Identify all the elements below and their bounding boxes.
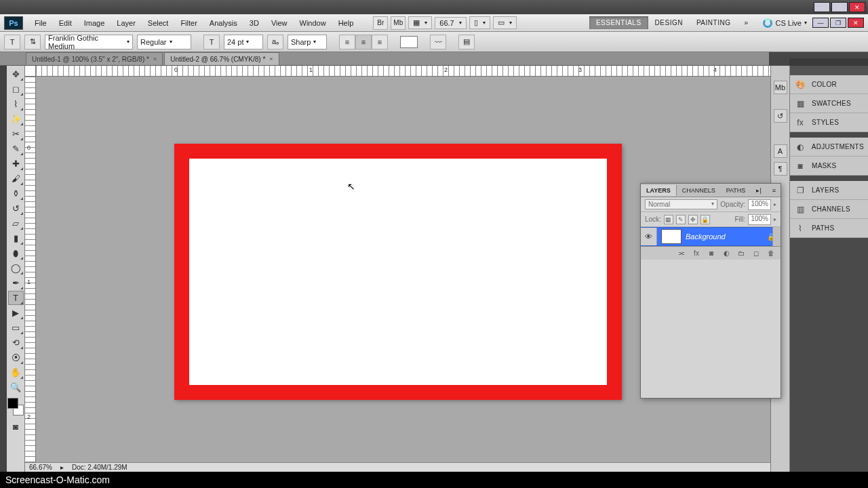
workspace-essentials[interactable]: ESSENTIALS (589, 16, 648, 29)
zoom-level-dropdown[interactable]: 66.7 (435, 17, 466, 29)
group-icon[interactable]: 🗀 (736, 249, 747, 258)
doc-minimize-button[interactable]: — (812, 18, 829, 28)
menu-analysis[interactable]: Analysis (203, 16, 243, 30)
antialias-dropdown[interactable]: Sharp (288, 35, 327, 49)
paragraph-chip-icon[interactable]: ¶ (774, 162, 787, 176)
character-panel-icon[interactable]: ▤ (458, 35, 475, 49)
window-minimize-button[interactable]: — (814, 2, 830, 12)
opacity-field[interactable]: 100% (748, 199, 771, 210)
path-select-tool-icon[interactable]: ▶ (8, 306, 24, 320)
fill-field[interactable]: 100% (748, 214, 771, 225)
panel-adjustments[interactable]: ◐ADJUSTMENTS (790, 138, 868, 157)
type-tool-icon[interactable]: T (8, 291, 24, 305)
gradient-tool-icon[interactable]: ▮ (8, 231, 24, 245)
lasso-tool-icon[interactable]: ⌇ (8, 97, 24, 111)
window-close-button[interactable]: ✕ (849, 2, 865, 12)
lock-all-icon[interactable]: 🔒 (701, 215, 710, 224)
document-tab-2[interactable]: Untitled-2 @ 66.7% (CMYK/8) *× (164, 52, 279, 65)
vertical-ruler[interactable]: 0 1 2 (25, 77, 36, 462)
panel-menu-icon[interactable]: ≡ (767, 185, 781, 196)
eraser-tool-icon[interactable]: ▱ (8, 216, 24, 230)
dodge-tool-icon[interactable]: ◯ (8, 261, 24, 275)
ruler-corner[interactable] (25, 66, 36, 77)
hand-tool-icon[interactable]: ✋ (8, 365, 24, 380)
brush-tool-icon[interactable]: 🖌 (8, 171, 24, 186)
quickmask-icon[interactable]: ◙ (8, 420, 24, 434)
lock-pixels-icon[interactable]: ✎ (676, 215, 686, 224)
workspace-painting[interactable]: PAINTING (690, 16, 737, 29)
font-family-dropdown[interactable]: Franklin Gothic Medium (45, 35, 133, 49)
menu-layer[interactable]: Layer (111, 16, 142, 30)
menu-filter[interactable]: Filter (174, 16, 203, 30)
status-docsize[interactable]: Doc: 2.40M/1.29M (72, 464, 127, 471)
visibility-toggle-icon[interactable]: 👁 (641, 228, 657, 245)
3d-camera-tool-icon[interactable]: ⦿ (8, 350, 24, 365)
horizontal-ruler[interactable]: 0 1 2 3 4 (36, 66, 770, 77)
align-right-icon[interactable]: ≡ (372, 35, 388, 49)
menu-help[interactable]: Help (332, 16, 360, 30)
align-center-icon[interactable]: ≡ (355, 35, 372, 49)
close-tab-icon[interactable]: × (153, 56, 157, 62)
app-logo-icon[interactable]: Ps (4, 16, 23, 30)
menu-select[interactable]: Select (142, 16, 175, 30)
cs-live-button[interactable]: CS Live▾ (759, 18, 811, 28)
new-layer-icon[interactable]: ◻ (751, 249, 762, 258)
doc-restore-button[interactable]: ❐ (830, 18, 846, 28)
zoom-tool-icon[interactable]: 🔍 (8, 380, 24, 394)
lock-transparency-icon[interactable]: ▦ (664, 215, 673, 224)
close-tab-icon[interactable]: × (269, 56, 273, 62)
text-orientation-icon[interactable]: ⇅ (24, 35, 41, 49)
link-layers-icon[interactable]: ⫘ (676, 249, 687, 258)
panel-layers[interactable]: ❐LAYERS (790, 181, 868, 200)
arrange-documents-dropdown[interactable]: ▯ (469, 16, 490, 29)
menu-image[interactable]: Image (78, 16, 111, 30)
left-collapse-strip[interactable] (0, 66, 7, 472)
character-chip-icon[interactable]: A (774, 144, 787, 158)
history-brush-tool-icon[interactable]: ↺ (8, 201, 24, 216)
marquee-tool-icon[interactable]: ◻ (8, 82, 24, 96)
fg-bg-color-swatch[interactable] (7, 398, 24, 415)
window-maximize-button[interactable]: □ (831, 2, 848, 12)
3d-tool-icon[interactable]: ⟲ (8, 336, 24, 350)
screen-mode-dropdown[interactable]: ▭ (493, 16, 517, 29)
warp-text-icon[interactable]: 〰 (430, 35, 446, 49)
font-style-dropdown[interactable]: Regular (137, 35, 191, 49)
menu-window[interactable]: Window (294, 16, 332, 30)
pen-tool-icon[interactable]: ✒ (8, 276, 24, 290)
panel-styles[interactable]: fxSTYLES (790, 113, 868, 132)
view-extras-dropdown[interactable]: ▦ (408, 16, 432, 29)
panel-swatches[interactable]: ▦SWATCHES (790, 94, 868, 113)
foreground-color-swatch[interactable] (7, 398, 18, 409)
status-zoom[interactable]: 66.67% (29, 464, 52, 471)
menu-3d[interactable]: 3D (243, 16, 265, 30)
layer-row[interactable]: 👁 Background 🔒 (641, 227, 781, 246)
eyedropper-tool-icon[interactable]: ✎ (8, 142, 24, 156)
stamp-tool-icon[interactable]: ⚱ (8, 186, 24, 201)
delete-layer-icon[interactable]: 🗑 (766, 249, 776, 258)
blend-mode-dropdown[interactable]: Normal ▾ (645, 199, 717, 209)
panel-channels[interactable]: ▥CHANNELS (790, 200, 868, 219)
layer-name[interactable]: Background (686, 232, 767, 241)
adjustment-layer-icon[interactable]: ◐ (721, 249, 732, 258)
mask-icon[interactable]: ◙ (706, 249, 717, 258)
workspace-more-icon[interactable]: » (737, 16, 755, 29)
panel-color[interactable]: 🎨COLOR (790, 75, 868, 94)
tab-paths[interactable]: PATHS (721, 185, 751, 196)
text-color-swatch[interactable] (400, 36, 418, 48)
tab-layers[interactable]: LAYERS (641, 185, 677, 196)
menu-file[interactable]: File (28, 16, 53, 30)
tool-preset-icon[interactable]: T (4, 35, 20, 49)
move-tool-icon[interactable]: ✥ (8, 67, 24, 81)
panel-paths[interactable]: ⌇PATHS (790, 219, 868, 238)
tab-channels[interactable]: CHANNELS (677, 185, 721, 196)
layer-thumbnail[interactable] (661, 229, 682, 244)
align-left-icon[interactable]: ≡ (339, 35, 355, 49)
menu-edit[interactable]: Edit (53, 16, 78, 30)
quick-select-tool-icon[interactable]: ✨ (8, 112, 24, 126)
crop-tool-icon[interactable]: ✂ (8, 127, 24, 141)
healing-tool-icon[interactable]: ✚ (8, 157, 24, 171)
font-size-dropdown[interactable]: 24 pt (224, 35, 263, 49)
status-info-icon[interactable]: ▸ (60, 464, 64, 471)
dock-grip[interactable] (790, 66, 868, 75)
minibridge-chip-icon[interactable]: Mb (774, 81, 787, 94)
